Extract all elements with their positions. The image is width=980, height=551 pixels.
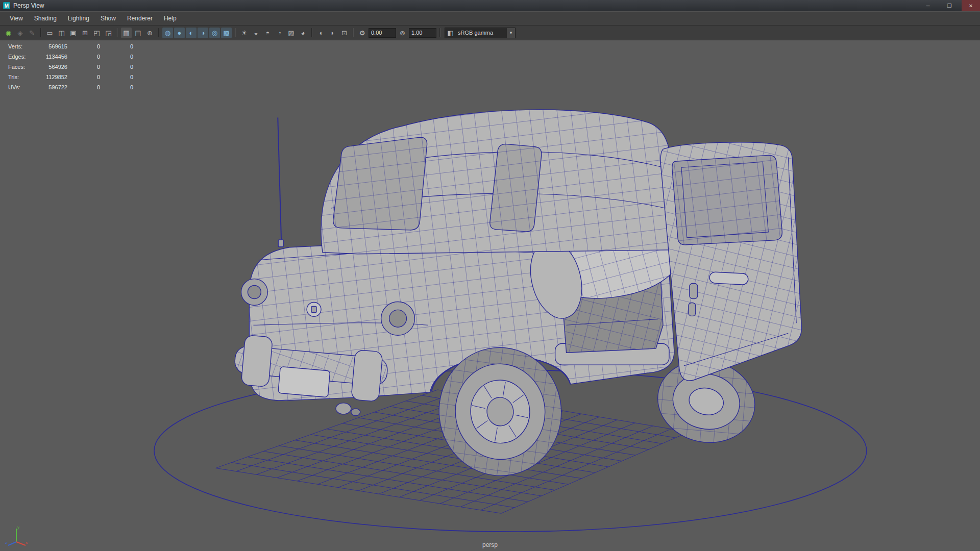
hud-row-uvs: UVs:59672200 xyxy=(8,82,133,92)
maya-panel-window: M Persp View ─ ❐ ✕ ViewShadingLightingSh… xyxy=(0,0,980,551)
toolbar-separator xyxy=(311,28,312,37)
checker-material-icon[interactable]: ▩ xyxy=(221,28,232,38)
maya-app-icon: M xyxy=(3,2,10,9)
menu-renderer[interactable]: Renderer xyxy=(121,12,158,25)
hud-row-verts: Verts:56961500 xyxy=(8,41,133,52)
exposure-icon[interactable]: ⚙ xyxy=(357,28,368,38)
chevron-down-icon[interactable]: ▾ xyxy=(507,28,515,38)
antenna xyxy=(278,118,283,247)
close-button[interactable]: ✕ xyxy=(962,0,980,11)
license-plate xyxy=(278,367,330,397)
snapshot-icon[interactable]: ⊡ xyxy=(339,28,350,38)
x-axis xyxy=(16,542,26,545)
titlebar[interactable]: M Persp View ─ ❐ ✕ xyxy=(0,0,980,11)
xray-icon[interactable]: ◗ xyxy=(327,28,338,38)
emblem xyxy=(307,302,321,316)
hud-col3: 0 xyxy=(100,64,133,70)
toolbar-separator xyxy=(439,28,440,37)
hud-value: 596722 xyxy=(37,84,67,90)
open-door xyxy=(660,142,801,381)
select-camera-icon[interactable]: ◉ xyxy=(3,28,14,38)
hud-value: 1134456 xyxy=(37,54,67,60)
field-chart-icon[interactable]: ⊞ xyxy=(80,28,90,38)
gamma-icon[interactable]: ⊚ xyxy=(397,28,408,38)
hud-label: Verts: xyxy=(8,43,37,49)
image-plane-icon[interactable]: ▤ xyxy=(133,28,143,38)
film-gate-icon[interactable]: ▭ xyxy=(44,28,55,38)
hud-col3: 0 xyxy=(100,74,133,80)
view-transform-dropdown[interactable]: ◧sRGB gamma▾ xyxy=(445,28,516,38)
hud-col3: 0 xyxy=(100,54,133,60)
shadows-icon[interactable]: ◒ xyxy=(251,28,261,38)
exposure-field-input[interactable] xyxy=(369,28,396,38)
poly-count-hud: Verts:56961500Edges:113445600Faces:56492… xyxy=(8,41,133,92)
viewport-canvas[interactable] xyxy=(0,40,980,551)
hud-value: 564926 xyxy=(37,64,67,70)
lock-camera-icon[interactable]: ◈ xyxy=(15,28,26,38)
grid-icon[interactable]: ▦ xyxy=(121,28,132,38)
smooth-shade-icon[interactable]: ● xyxy=(174,28,185,38)
hud-label: Faces: xyxy=(8,64,37,70)
gamma-field-input[interactable] xyxy=(409,28,436,38)
menu-lighting[interactable]: Lighting xyxy=(62,12,95,25)
hud-col2: 0 xyxy=(67,84,100,90)
gamma-field: ⊚ xyxy=(397,28,436,38)
hud-col3: 0 xyxy=(100,84,133,90)
door-handle xyxy=(709,272,749,285)
minimize-button[interactable]: ─ xyxy=(919,0,937,11)
hud-row-edges: Edges:113445600 xyxy=(8,52,133,62)
axis-gizmo: y x z xyxy=(4,524,29,547)
menu-show[interactable]: Show xyxy=(95,12,121,25)
maximize-button[interactable]: ❐ xyxy=(940,0,959,11)
multisampling-icon[interactable]: ▨ xyxy=(286,28,297,38)
toolbar-separator xyxy=(117,28,118,37)
y-axis-label: y xyxy=(17,525,19,530)
camera-attributes-icon[interactable]: ✎ xyxy=(27,28,37,38)
hud-col2: 0 xyxy=(67,64,100,70)
menubar: ViewShadingLightingShowRendererHelp xyxy=(0,11,980,26)
quarter-window xyxy=(490,144,542,232)
isolate-select-icon[interactable]: ◖ xyxy=(315,28,326,38)
hud-value: 569615 xyxy=(37,43,67,49)
viewport[interactable]: Verts:56961500Edges:113445600Faces:56492… xyxy=(0,40,980,551)
hud-col2: 0 xyxy=(67,43,100,49)
motion-blur-icon[interactable]: ◔ xyxy=(274,28,285,38)
menu-shading[interactable]: Shading xyxy=(29,12,62,25)
depth-of-field-icon[interactable]: ◕ xyxy=(298,28,308,38)
hud-label: Tris: xyxy=(8,74,37,80)
menu-help[interactable]: Help xyxy=(158,12,182,25)
x-axis-label: x xyxy=(26,540,28,545)
wireframe-icon[interactable]: ◍ xyxy=(162,28,173,38)
toolbar-separator xyxy=(353,28,354,37)
hud-row-tris: Tris:112985200 xyxy=(8,72,133,82)
view-transform-value: sRGB gamma xyxy=(456,30,507,36)
hud-col3: 0 xyxy=(100,43,133,49)
menu-view[interactable]: View xyxy=(4,12,29,25)
color-management-icon[interactable]: ◧ xyxy=(445,28,456,38)
camera-name-label: persp xyxy=(0,541,980,548)
resolution-gate-icon[interactable]: ◫ xyxy=(56,28,67,38)
hud-col2: 0 xyxy=(67,54,100,60)
wireframe-on-shaded-icon[interactable]: ◎ xyxy=(209,28,220,38)
car-model[interactable] xyxy=(232,110,801,482)
taillight-right xyxy=(381,302,415,335)
toolbar-separator xyxy=(40,28,41,37)
gate-mask-icon[interactable]: ▣ xyxy=(68,28,79,38)
exposure-field: ⚙ xyxy=(357,28,396,38)
exhaust-pipe xyxy=(336,403,360,416)
rear-window xyxy=(333,137,427,230)
hud-col2: 0 xyxy=(67,74,100,80)
use-default-material-icon[interactable]: ◑ xyxy=(198,28,208,38)
textured-icon[interactable]: ◐ xyxy=(186,28,197,38)
z-axis-label: z xyxy=(5,540,7,545)
toolbar-separator xyxy=(235,28,236,37)
safe-title-icon[interactable]: ◲ xyxy=(103,28,114,38)
ambient-occlusion-icon[interactable]: ◓ xyxy=(262,28,273,38)
2d-pan-zoom-icon[interactable]: ⊕ xyxy=(144,28,155,38)
window-title: Persp View xyxy=(13,2,44,9)
lighting-icon[interactable]: ☀ xyxy=(239,28,250,38)
z-axis xyxy=(8,542,16,545)
panel-toolbar: ◉◈✎▭◫▣⊞◰◲▦▤⊕◍●◐◑◎▩☀◒◓◔▨◕◖◗⊡⚙⊚◧sRGB gamma… xyxy=(0,26,980,40)
safe-action-icon[interactable]: ◰ xyxy=(91,28,102,38)
toolbar-separator xyxy=(158,28,159,37)
